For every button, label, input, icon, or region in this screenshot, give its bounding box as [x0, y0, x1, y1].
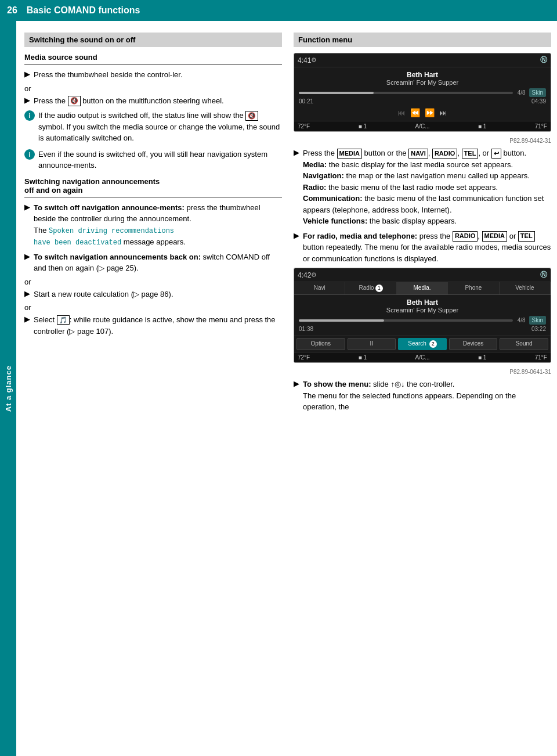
info-row-2: i Even if the sound is switched off, you… [24, 149, 282, 171]
screen-1-bar2: ■ 1 [478, 123, 486, 129]
screen-2-progress-bar [299, 319, 513, 322]
screen-1-album: Screamin' For My Supper [299, 79, 546, 86]
screen-2-gear-icon: ⚙ [311, 271, 317, 279]
page-number: 26 [7, 5, 17, 16]
screen-2-time: 4:42 [298, 271, 311, 279]
page-body: At a glance Switching the sound on or of… [0, 21, 557, 756]
radio-key-1: RADIO [432, 149, 457, 159]
right-bullet-radio-media: ▶ For radio, media and telephone: press … [294, 231, 551, 265]
screen-2-album: Screamin' For My Supper [299, 307, 546, 314]
side-tab: At a glance [0, 21, 16, 756]
screen-1-back-icon: ⏪ [410, 108, 420, 117]
bullet-text-5: Start a new route calculation (▷ page 86… [34, 289, 173, 300]
bullet-switch-on: ▶ To switch navigation announcements bac… [24, 251, 282, 274]
screen-1-skin-btn: Skin [529, 88, 546, 97]
spoken-text-1: Spoken driving recommendationshave been … [34, 227, 174, 247]
right-column: Function menu 4:41 ⚙ Ⓝ Beth Hart Screami… [294, 33, 551, 744]
media-key: MEDIA [337, 149, 362, 159]
right-text-2: For radio, media and telephone: press th… [303, 231, 551, 265]
media-source-title: Media source sound [24, 53, 282, 62]
info-row-1: i If the audio output is switched off, t… [24, 110, 282, 144]
screen-1-prev-icon: ⏮ [397, 108, 406, 117]
bullet-arrow-4: ▶ [24, 252, 30, 261]
screen-1-temp-right: 71°F [535, 123, 547, 129]
screen-2: 4:42 ⚙ Ⓝ Navi Radio1 Media. Phone Vehicl… [294, 268, 551, 363]
screen-2-temp-left: 72°F [298, 354, 310, 361]
or-text-1: or [24, 84, 282, 93]
screen-1-progress-bar [299, 92, 513, 94]
nav-item-navi: Navi [294, 282, 345, 294]
screen-1-time: 4:41 [298, 56, 311, 64]
mute-symbol: 🔇 [245, 111, 258, 121]
right-arrow-1: ▶ [294, 148, 299, 157]
mute-key: 🔇 [68, 96, 81, 106]
opt-btn-sound: Sound [500, 338, 548, 350]
screen-1-track-num: 4/8 [518, 89, 526, 96]
or-text-3: or [24, 303, 282, 312]
right-bullet-show-menu: ▶ To show the menu: slide ↑◎↓ the con-tr… [294, 379, 551, 413]
screen-2-bar1: ■ 1 [359, 354, 367, 361]
content-area: Switching the sound on or off Media sour… [16, 21, 557, 756]
screen-1-bar1: ■ 1 [359, 123, 367, 129]
left-column: Switching the sound on or off Media sour… [24, 33, 282, 744]
screen-2-timestamps: 01:38 03:22 [299, 326, 546, 332]
screen-2-time-start: 01:38 [299, 326, 313, 332]
tel-key-1: TEL [462, 149, 479, 159]
screen-1-track-info: 4/8 Skin [299, 88, 546, 97]
bullet-select-symbol: ▶ Select 🎵: while route guidance is acti… [24, 314, 282, 337]
nav-item-vehicle: Vehicle [500, 282, 551, 294]
media-key-2: MEDIA [482, 231, 507, 241]
opt-btn-pause: II [348, 338, 396, 350]
tel-key-2: TEL [518, 231, 535, 241]
opt-btn-options: Options [296, 338, 345, 350]
or-text-2: or [24, 278, 282, 286]
divider-2 [24, 197, 282, 197]
screen-1-timestamps: 00:21 04:39 [299, 98, 546, 105]
screen-2-bar2: ■ 1 [478, 354, 486, 361]
radio-badge: 1 [375, 285, 383, 292]
screen-1-bottombar: 72°F ■ 1 A/C... ■ 1 71°F [294, 121, 551, 131]
screen-2-options-bar: Options II Search 2 Devices Sound [294, 336, 551, 352]
screen-1-progress-fill [299, 92, 374, 94]
right-bullet-media-btn: ▶ Press the MEDIA button or the NAVI, RA… [294, 147, 551, 227]
bullet-text-1: Press the thumbwheel beside the control-… [34, 69, 183, 81]
right-arrow-3: ▶ [294, 379, 299, 388]
bullet-arrow-6: ▶ [24, 315, 30, 323]
info-icon-2: i [24, 149, 35, 160]
screen-2-topbar: 4:42 ⚙ Ⓝ [294, 268, 551, 282]
screen-2-navbar: Navi Radio1 Media. Phone Vehicle [294, 282, 551, 295]
opt-btn-search: Search 2 [398, 338, 447, 350]
info-content-2: Even if the sound is switched off, you w… [38, 149, 282, 171]
screen-2-logo: Ⓝ [540, 270, 547, 280]
side-tab-label: At a glance [4, 365, 13, 412]
screen-1-next-icon: ⏩ [425, 108, 435, 117]
screen-2-artist: Beth Hart [299, 298, 546, 307]
info-icon-1: i [24, 110, 35, 121]
screen-2-progress-bar-wrapper [299, 319, 513, 322]
radio-key-2: RADIO [453, 231, 478, 241]
screen-1-ac: A/C... [415, 123, 429, 129]
bullet-arrow-2: ▶ [24, 96, 30, 105]
bullet-arrow-5: ▶ [24, 289, 30, 298]
screen-2-progress-fill [299, 319, 384, 322]
screen-1-gear-icon: ⚙ [311, 56, 317, 64]
screen-1-time-end: 04:39 [531, 98, 546, 105]
page-title: Basic COMAND functions [27, 5, 140, 16]
bullet-arrow-1: ▶ [24, 70, 30, 78]
screen-2-temp-right: 71°F [535, 354, 547, 361]
function-menu-heading: Function menu [294, 33, 551, 47]
screen-2-skin-btn: Skin [529, 316, 546, 325]
screen-1-fwd-icon: ⏭ [439, 108, 447, 117]
screen-2-track-info: 4/8 Skin [299, 316, 546, 325]
screen-1-topbar: 4:41 ⚙ Ⓝ [294, 53, 551, 67]
screen-2-track-num: 4/8 [518, 317, 526, 323]
screen-2-bottombar: 72°F ■ 1 A/C... ■ 1 71°F [294, 352, 551, 362]
screen-2-ac: A/C... [415, 354, 429, 361]
bullet-multifunction: ▶ Press the 🔇 button on the multifunctio… [24, 95, 282, 107]
page-header: 26 Basic COMAND functions [0, 0, 557, 21]
nav-item-media: Media. [397, 282, 448, 294]
screen-1-ctrl-btns: ⏮ ⏪ ⏩ ⏭ [299, 108, 546, 117]
screen-1-content: Beth Hart Screamin' For My Supper 4/8 Sk… [294, 67, 551, 121]
navi-key: NAVI [408, 149, 428, 159]
screen-1-caption: P82.89-0442-31 [294, 138, 551, 144]
